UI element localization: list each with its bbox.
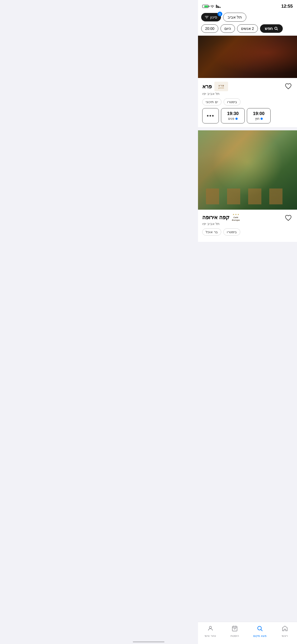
search-row-top: תל אביב 1 סינון [201, 13, 294, 22]
restaurant-card-pereh: פרא pereh פרא תל אביב יפו ביסטרו ים תיכו… [198, 36, 297, 127]
restaurant-title-area-cafe-europa: ★★★ CaféEuropa קפה אירופה תל אביב יפו [202, 213, 240, 226]
filter-icon [205, 16, 209, 19]
restaurant-image-cafe-europa [198, 130, 297, 210]
card-top-row-cafe-europa: ★★★ CaféEuropa קפה אירופה תל אביב יפו [202, 213, 293, 226]
search-header: תל אביב 1 סינון חפש 2 אנשים היום 20:00 [198, 11, 297, 36]
tags-row-pereh: ביסטרו ים תיכוני [202, 98, 293, 105]
restaurant-title-area-pereh: פרא pereh פרא תל אביב יפו [202, 82, 228, 96]
signal-icon [216, 5, 220, 8]
time-slot-1930[interactable]: 19:30 פנים [221, 108, 245, 123]
restaurant-name-cafe-europa: קפה אירופה [202, 214, 229, 220]
search-icon [274, 27, 278, 30]
favorite-button-pereh[interactable] [284, 82, 293, 91]
stars-decoration: ★★★ [233, 213, 239, 216]
restaurant-card-cafe-europa: ★★★ CaféEuropa קפה אירופה תל אביב יפו בי… [198, 130, 297, 242]
status-time: 12:55 [281, 4, 293, 9]
svg-point-3 [275, 27, 277, 30]
restaurant-name-pereh: פרא [202, 83, 212, 90]
restaurant-location-cafe-europa: תל אביב יפו [202, 222, 220, 226]
location-button[interactable]: תל אביב [223, 13, 246, 22]
search-button[interactable]: חפש [260, 24, 283, 33]
filter-label: סינון [210, 15, 217, 20]
tag-bistro-cafe-europa: ביסטרו [223, 228, 240, 236]
battery-icon [202, 5, 209, 8]
favorite-button-cafe-europa[interactable] [284, 213, 293, 223]
filter-button[interactable]: 1 סינון [201, 13, 221, 21]
filter-badge: 1 [218, 12, 222, 16]
status-bar: 12:55 [198, 0, 297, 11]
restaurant-image-pereh [198, 36, 297, 78]
search-row-bottom: חפש 2 אנשים היום 20:00 [201, 24, 294, 33]
tag-bistro-pereh: ביסטרו [224, 98, 241, 105]
restaurant-logo-cafe-europa: ★★★ CaféEuropa [232, 213, 240, 221]
chip-time[interactable]: 20:00 [201, 24, 218, 33]
time-slot-1900[interactable]: 19:00 חוץ [247, 108, 271, 123]
svg-line-4 [277, 29, 278, 30]
main-content: פרא pereh פרא תל אביב יפו ביסטרו ים תיכו… [198, 36, 297, 266]
time-slots-pereh: 19:00 חוץ 19:30 פנים ••• [202, 108, 293, 123]
chip-people[interactable]: 2 אנשים [237, 24, 258, 33]
tag-bar-cafe-europa: בר אוכל [202, 228, 221, 236]
heart-icon-pereh [285, 83, 292, 90]
card-info-cafe-europa: ★★★ CaféEuropa קפה אירופה תל אביב יפו בי… [198, 210, 297, 242]
tags-row-cafe-europa: ביסטרו בר אוכל [202, 228, 293, 236]
availability-dot-indoor [235, 118, 238, 120]
restaurant-location-pereh: תל אביב יפו [202, 92, 220, 96]
more-times-button[interactable]: ••• [202, 108, 219, 123]
heart-icon-cafe-europa [285, 214, 292, 221]
card-info-pereh: פרא pereh פרא תל אביב יפו ביסטרו ים תיכו… [198, 78, 297, 127]
availability-dot-outdoor [261, 118, 263, 120]
card-top-row-pereh: פרא pereh פרא תל אביב יפו [202, 82, 293, 96]
restaurant-logo-pereh: פרא pereh [214, 82, 228, 91]
wifi-icon [210, 4, 214, 8]
status-icons [202, 4, 220, 8]
chip-day[interactable]: היום [220, 24, 235, 33]
tag-mediterranean-pereh: ים תיכוני [202, 98, 221, 105]
